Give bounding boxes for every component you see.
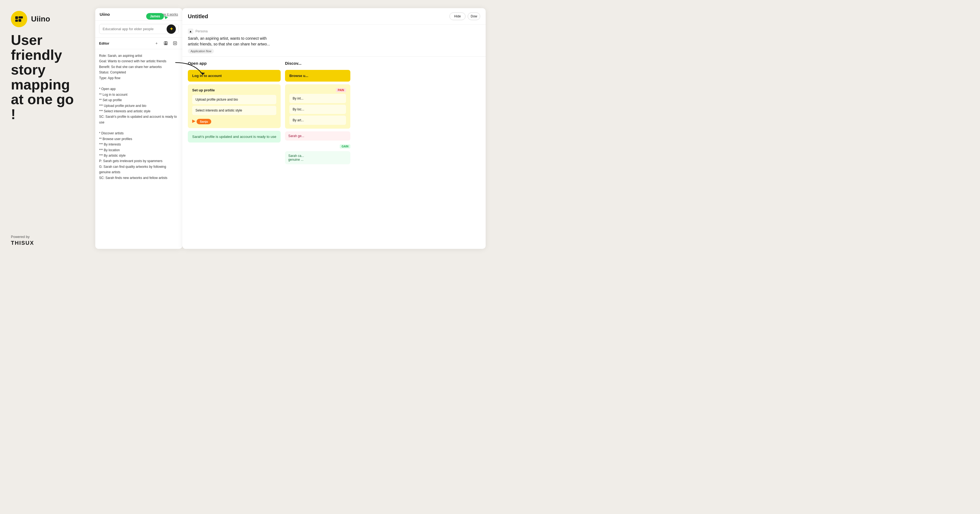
save-button[interactable]: [162, 40, 169, 47]
middle-panel: Uiino How it works James ✦ Editor + Role…: [95, 8, 182, 249]
brand-name: Uiino: [31, 15, 50, 24]
card-browse[interactable]: Browse u...: [285, 70, 350, 82]
persona-toggle[interactable]: ▲: [188, 29, 193, 34]
hero-text: User friendly story mapping at one go !: [11, 33, 79, 122]
editor-label: Editor: [99, 41, 110, 45]
story-column-discover: Discov... Browse u... PAIN By int... By …: [285, 61, 350, 244]
right-panel: Untitled Hide Dow ▲ Persona Sarah, an as…: [182, 8, 486, 249]
persona-section: ▲ Persona Sarah, an aspiring artist, wan…: [182, 25, 486, 57]
card-log-in[interactable]: Log in to account: [188, 70, 281, 82]
editor-line: *** By location: [99, 148, 178, 153]
logo-area: Uiino: [11, 11, 79, 27]
svg-rect-1: [15, 20, 18, 22]
story-map-area[interactable]: Open app Log in to account Set up profil…: [182, 57, 486, 249]
card-pain: Sarah ge...: [285, 132, 350, 141]
hide-button[interactable]: Hide: [449, 13, 466, 20]
editor-line: Goal: Wants to connect with her artistic…: [99, 59, 178, 64]
sanju-cursor-icon: ▶: [192, 118, 196, 124]
editor-line: G: Sarah can find quality artworks by fo…: [99, 164, 178, 175]
svg-rect-2: [19, 16, 23, 19]
map-title: Untitled: [188, 13, 208, 20]
editor-line: Benefit: So that she can share her artwo…: [99, 64, 178, 70]
editor-line: * Open app: [99, 86, 178, 92]
logo-circle: [11, 11, 27, 27]
search-area: James ✦: [95, 21, 182, 38]
persona-header: ▲ Persona: [188, 29, 480, 34]
editor-line: Role: Sarah, an aspiring artist: [99, 53, 178, 59]
editor-line: * Discover artists: [99, 130, 178, 136]
editor-line: ** Browse user profiles: [99, 136, 178, 142]
middle-header: Uiino How it works: [95, 8, 182, 21]
delete-button[interactable]: [172, 40, 178, 47]
card-set-up-profile-group: Set up profile Upload profile picture an…: [188, 84, 281, 128]
card-upload[interactable]: Upload profile picture and bio: [192, 95, 276, 104]
right-header: Untitled Hide Dow: [182, 8, 486, 25]
svg-rect-6: [165, 43, 167, 44]
svg-rect-5: [165, 41, 167, 43]
card-by-location[interactable]: By loc...: [290, 105, 346, 114]
card-success-condition: Sarah's profile is updated and account i…: [188, 131, 281, 143]
editor-actions: +: [153, 40, 178, 47]
plus-icon: ✦: [170, 26, 173, 32]
editor-line: Type: App flow: [99, 75, 178, 81]
sanju-badge: Sanju: [197, 119, 211, 124]
editor-line: *** Select interests and artistic style: [99, 108, 178, 114]
svg-rect-3: [19, 19, 21, 22]
editor-line: Status: Completed: [99, 70, 178, 75]
middle-brand: Uiino: [100, 12, 110, 17]
thisux-logo: THISUX: [11, 240, 79, 246]
svg-rect-0: [15, 16, 18, 19]
editor-line: *** By artistic style: [99, 153, 178, 158]
header-actions: Hide Dow: [449, 13, 480, 20]
column-title-open-app: Open app: [188, 61, 281, 65]
editor-line: ** Set up profile: [99, 97, 178, 103]
editor-line: ** Log in to account: [99, 92, 178, 97]
download-button[interactable]: Dow: [468, 13, 480, 20]
james-bubble: James: [146, 13, 164, 20]
add-button[interactable]: +: [153, 40, 160, 47]
column-title-discover: Discov...: [285, 61, 350, 65]
story-column-open-app: Open app Log in to account Set up profil…: [188, 61, 281, 244]
card-browse-group: PAIN By int... By loc... By art...: [285, 84, 350, 128]
editor-line: *** Upload profile picture and bio: [99, 103, 178, 108]
editor-content: Role: Sarah, an aspiring artist Goal: Wa…: [95, 49, 182, 249]
left-panel: Uiino User friendly story mapping at one…: [0, 0, 90, 257]
set-up-profile-title: Set up profile: [192, 88, 276, 92]
persona-label: Persona: [196, 29, 208, 33]
persona-description: Sarah, an aspiring artist, wants to conn…: [188, 36, 480, 47]
pain-badge: PAIN: [336, 88, 346, 92]
editor-line: SC: Sarah's profile is updated and accou…: [99, 114, 178, 125]
editor-line: SC: Sarah finds new artworks and fellow …: [99, 175, 178, 181]
card-select-interests[interactable]: Select interests and artistic style: [192, 106, 276, 115]
card-gain: Sarah ca...genuine ...: [285, 151, 350, 164]
james-arrow: [164, 16, 168, 20]
editor-toolbar: Editor +: [95, 38, 182, 49]
search-button[interactable]: ✦: [167, 24, 176, 34]
powered-by-label: Powered by: [11, 235, 79, 239]
editor-line: *** By interests: [99, 142, 178, 147]
app-flow-badge: Application flow: [188, 49, 214, 54]
gain-badge: GAIN: [340, 144, 350, 149]
editor-line: P: Sarah gets irrelevant posts by spamme…: [99, 158, 178, 164]
card-by-artistic[interactable]: By art...: [290, 116, 346, 125]
card-by-interests[interactable]: By int...: [290, 94, 346, 103]
powered-area: Powered by THISUX: [11, 235, 79, 246]
